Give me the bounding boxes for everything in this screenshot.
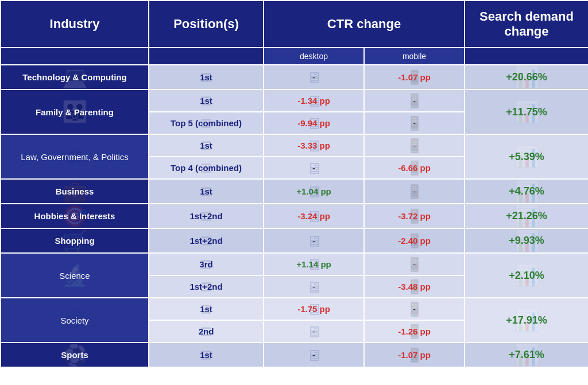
position-cell: ≡1st <box>149 343 264 367</box>
search-demand-cell: 📊+17.91% <box>465 298 588 343</box>
desktop-ctr-cell: 🖥- <box>264 228 364 253</box>
search-demand-cell: 📊+11.75% <box>465 90 588 134</box>
main-table-container: Industry Position(s) CTR change Search d… <box>0 0 588 368</box>
industry-cell: 💼Business <box>1 179 149 204</box>
industry-cell: 🎯Hobbies & Interests <box>1 204 149 228</box>
mobile-ctr-cell: 📱- <box>364 253 465 275</box>
position-cell: ≡1st+2nd <box>149 228 264 253</box>
mobile-ctr-cell: 📱-1.07 pp <box>364 343 465 367</box>
position-cell: ≡Top 5 (combined) <box>149 112 264 134</box>
mobile-ctr-cell: 📱-1.07 pp <box>364 65 465 90</box>
search-subheader-blank <box>465 48 588 65</box>
industry-subheader-blank <box>1 48 149 65</box>
position-cell: ≡Top 4 (combined) <box>149 157 264 179</box>
mobile-ctr-cell: 📱-3.48 pp <box>364 275 465 298</box>
table-row: 🏛Society≡1st🖥-1.75 pp📱-📊+17.91% <box>1 298 588 320</box>
mobile-ctr-cell: 📱-3.72 pp <box>364 204 465 228</box>
desktop-ctr-cell: 🖥- <box>264 275 364 298</box>
desktop-ctr-cell: 🖥- <box>264 320 364 343</box>
mobile-ctr-cell: 📱- <box>364 112 465 134</box>
industry-cell: ⚖Law, Government, & Politics <box>1 134 149 179</box>
table-row: 🔬Science≡3rd🖥+1.14 pp📱-📊+2.10% <box>1 253 588 275</box>
table-header-row: Industry Position(s) CTR change Search d… <box>1 1 588 48</box>
mobile-ctr-cell: 📱-1.26 pp <box>364 320 465 343</box>
desktop-ctr-cell: 🖥- <box>264 157 364 179</box>
industry-cell: 👪Family & Parenting <box>1 90 149 134</box>
table-row: ⚖Law, Government, & Politics≡1st🖥-3.33 p… <box>1 134 588 157</box>
mobile-ctr-cell: 📱- <box>364 179 465 204</box>
position-subheader-blank <box>149 48 264 65</box>
position-cell: ≡1st <box>149 90 264 112</box>
desktop-ctr-cell: 🖥- <box>264 65 364 90</box>
mobile-ctr-cell: 📱-6.66 pp <box>364 157 465 179</box>
position-cell: ≡1st <box>149 179 264 204</box>
ctr-change-header: CTR change <box>264 1 465 48</box>
search-demand-cell: 📊+21.26% <box>465 204 588 228</box>
industry-cell: 🔬Science <box>1 253 149 298</box>
position-cell: ≡1st <box>149 298 264 320</box>
desktop-ctr-cell: 🖥-3.24 pp <box>264 204 364 228</box>
desktop-ctr-cell: 🖥-3.33 pp <box>264 134 364 157</box>
search-demand-cell: 📊+4.76% <box>465 179 588 204</box>
desktop-ctr-cell: 🖥+1.14 pp <box>264 253 364 275</box>
position-cell: ≡1st+2nd <box>149 275 264 298</box>
table-row: ⚽Sports≡1st🖥-📱-1.07 pp📊+7.61% <box>1 343 588 367</box>
position-cell: ≡1st <box>149 134 264 157</box>
desktop-ctr-cell: 🖥- <box>264 343 364 367</box>
industry-cell: 🛒Shopping <box>1 228 149 253</box>
industry-cell: 💻Technology & Computing <box>1 65 149 90</box>
table-row: 👪Family & Parenting≡1st🖥-1.34 pp📱-📊+11.7… <box>1 90 588 112</box>
search-demand-cell: 📊+9.93% <box>465 228 588 253</box>
position-cell: ≡2nd <box>149 320 264 343</box>
position-cell: ≡1st <box>149 65 264 90</box>
position-cell: ≡3rd <box>149 253 264 275</box>
mobile-ctr-cell: 📱- <box>364 134 465 157</box>
table-row: 💻Technology & Computing≡1st🖥-📱-1.07 pp📊+… <box>1 65 588 90</box>
desktop-subheader: desktop <box>264 48 364 65</box>
mobile-ctr-cell: 📱-2.40 pp <box>364 228 465 253</box>
table-row: 🎯Hobbies & Interests≡1st+2nd🖥-3.24 pp📱-3… <box>1 204 588 228</box>
desktop-ctr-cell: 🖥+1.04 pp <box>264 179 364 204</box>
table-row: 💼Business≡1st🖥+1.04 pp📱-📊+4.76% <box>1 179 588 204</box>
search-demand-cell: 📊+5.39% <box>465 134 588 179</box>
industry-cell: ⚽Sports <box>1 343 149 367</box>
position-cell: ≡1st+2nd <box>149 204 264 228</box>
mobile-ctr-cell: 📱- <box>364 90 465 112</box>
table-subheader-row: desktop mobile <box>1 48 588 65</box>
industry-header: Industry <box>1 1 149 48</box>
search-demand-header: Search demand change <box>465 1 588 48</box>
position-header: Position(s) <box>149 1 264 48</box>
search-demand-cell: 📊+2.10% <box>465 253 588 298</box>
mobile-ctr-cell: 📱- <box>364 298 465 320</box>
search-demand-cell: 📊+20.66% <box>465 65 588 90</box>
industry-cell: 🏛Society <box>1 298 149 343</box>
desktop-ctr-cell: 🖥-9.94 pp <box>264 112 364 134</box>
mobile-subheader: mobile <box>364 48 465 65</box>
table-row: 🛒Shopping≡1st+2nd🖥-📱-2.40 pp📊+9.93% <box>1 228 588 253</box>
desktop-ctr-cell: 🖥-1.34 pp <box>264 90 364 112</box>
desktop-ctr-cell: 🖥-1.75 pp <box>264 298 364 320</box>
search-demand-cell: 📊+7.61% <box>465 343 588 367</box>
